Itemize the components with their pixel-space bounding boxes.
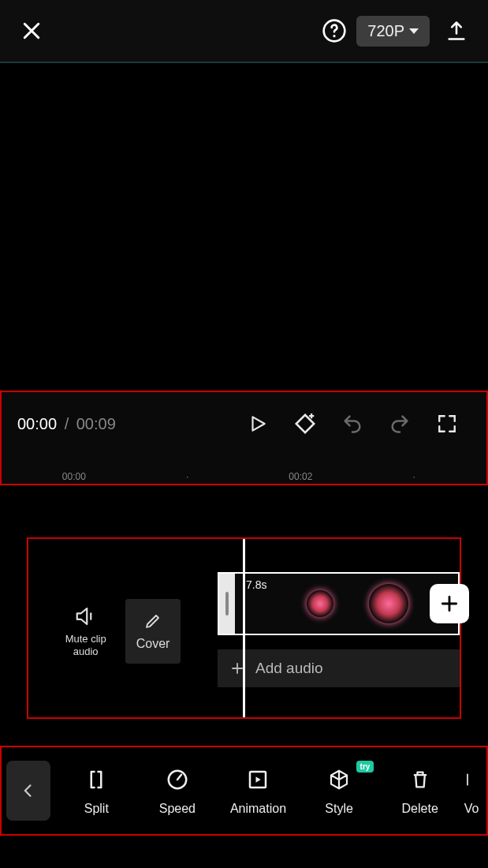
mute-label-line2: audio [73,645,99,657]
add-clip-button[interactable] [430,584,469,623]
help-button[interactable] [319,15,350,47]
redo-icon [389,413,411,435]
try-badge: try [356,761,374,773]
animation-icon [246,768,270,791]
split-tool[interactable]: Split [57,765,136,816]
video-preview[interactable] [0,63,488,391]
speaker-mute-icon [73,604,99,628]
volume-icon [464,768,479,791]
close-button[interactable] [16,15,47,47]
timeline-panel: Mute clip audio Cover 7.8s [27,537,461,719]
play-icon [248,413,268,434]
speed-label: Speed [159,802,196,816]
bottom-toolbar: Split Speed Animation try Style Delete V… [0,746,488,836]
fullscreen-icon [437,413,457,434]
undo-button[interactable] [333,405,371,443]
export-button[interactable] [441,15,472,47]
ruler-tick: 00:00 [17,471,131,482]
clip-trim-handle-left[interactable] [219,574,235,634]
clip-thumbnails [241,574,458,634]
add-audio-button[interactable]: Add audio [218,649,460,687]
resolution-label: 720P [367,22,404,40]
ruler-dot: · [357,471,471,482]
animation-label: Animation [230,802,286,816]
cube-icon [327,768,351,791]
style-tool[interactable]: try Style [300,765,379,816]
chevron-down-icon [409,28,419,34]
volume-tool[interactable]: Vo [461,765,482,816]
add-audio-label: Add audio [255,660,323,677]
help-icon [322,18,347,43]
export-icon [445,20,468,42]
animation-tool[interactable]: Animation [218,765,298,816]
plus-icon [439,593,460,614]
clip-duration: 7.8s [246,578,266,591]
fullscreen-button[interactable] [428,405,466,443]
split-icon [84,768,108,791]
cover-button[interactable]: Cover [125,599,181,664]
timeline-ruler: 00:00 · 00:02 · [2,471,486,482]
mute-label-line1: Mute clip [65,633,106,645]
split-label: Split [84,802,109,816]
undo-icon [341,413,363,435]
current-time: 00:00 [17,415,57,432]
time-display: 00:00 / 00:09 [17,415,116,433]
playback-panel: 00:00 / 00:09 00:00 · 00:02 · [0,391,488,485]
total-time: 00:09 [76,415,116,432]
svg-point-1 [333,35,336,37]
keyframe-add-icon [293,412,317,436]
play-button[interactable] [239,405,277,443]
speed-tool[interactable]: Speed [138,765,218,816]
mute-clip-audio-button[interactable]: Mute clip audio [65,604,106,657]
time-separator: / [65,415,69,432]
ruler-dot: · [131,471,244,482]
thumbnail-frame [307,590,333,617]
keyframe-button[interactable] [286,405,324,443]
pencil-icon [143,612,162,630]
redo-button[interactable] [381,405,419,443]
video-clip[interactable]: 7.8s [218,572,460,635]
thumbnail-frame [369,584,408,623]
speed-icon [166,768,189,791]
delete-tool[interactable]: Delete [380,765,460,816]
volume-label: Vo [464,802,479,816]
delete-label: Delete [402,802,438,816]
cover-label: Cover [136,637,170,651]
style-label: Style [325,802,353,816]
trash-icon [409,768,431,791]
close-icon [20,19,43,43]
resolution-dropdown[interactable]: 720P [356,16,430,47]
ruler-tick: 00:02 [244,471,358,482]
playhead[interactable] [243,539,245,717]
chevron-left-icon [20,780,36,802]
toolbar-back-button[interactable] [6,761,50,821]
